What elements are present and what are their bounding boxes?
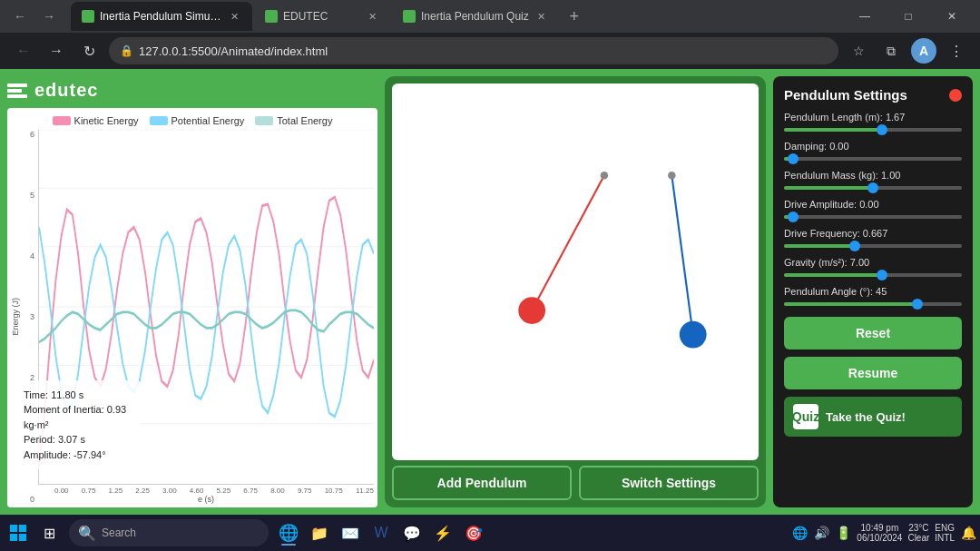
svg-point-8 xyxy=(601,172,609,180)
close-button[interactable]: ✕ xyxy=(931,4,973,29)
chart-legend: Kinetic Energy Potential Energy Total En… xyxy=(11,115,374,126)
minimize-button[interactable]: — xyxy=(844,4,886,29)
tab-label-2: EDUTEC xyxy=(283,10,359,23)
tab-edutec[interactable]: EDUTEC ✕ xyxy=(254,2,390,31)
main-content: edutec Kinetic Energy Potential Energy T… xyxy=(0,69,980,515)
taskbar-vscode-icon[interactable]: ⚡ xyxy=(428,518,457,547)
address-bar: ← → ↻ 🔒 127.0.0.1:5500/Animated/index.ht… xyxy=(0,33,980,69)
add-pendulum-button[interactable]: Add Pendulum xyxy=(392,466,572,500)
logo-icon xyxy=(7,84,27,98)
tab-label-3: Inertia Pendulum Quiz xyxy=(421,10,529,23)
bookmark-button[interactable]: ☆ xyxy=(846,38,871,64)
tab-close-2[interactable]: ✕ xyxy=(365,9,379,24)
y-6: 6 xyxy=(30,130,34,139)
windows-icon xyxy=(10,525,26,541)
taskbar: ⊞ 🔍 Search 🌐 📁 ✉️ W 💬 ⚡ 🎯 🌐 🔊 🔋 10:49 pm… xyxy=(0,515,980,551)
browser-back-button[interactable]: ← xyxy=(11,38,36,64)
kinetic-color-swatch xyxy=(53,116,71,125)
svg-rect-6 xyxy=(392,127,759,417)
browser-forward-button[interactable]: → xyxy=(44,38,69,64)
potential-label: Potential Energy xyxy=(172,115,245,126)
forward-nav-button[interactable]: → xyxy=(36,4,62,29)
clock[interactable]: 10:49 pm 06/10/2024 xyxy=(857,523,902,543)
total-label: Total Energy xyxy=(277,115,332,126)
switch-settings-button[interactable]: Switch Settings xyxy=(579,466,759,500)
reset-button[interactable]: Reset xyxy=(784,317,962,349)
taskbar-mail-icon[interactable]: ✉️ xyxy=(336,518,365,547)
notification-icon[interactable]: 🔔 xyxy=(960,525,976,541)
svg-point-9 xyxy=(518,297,545,324)
mass-label: Pendulum Mass (kg): 1.00 xyxy=(784,170,962,181)
svg-point-12 xyxy=(680,321,707,349)
resume-button[interactable]: Resume xyxy=(784,357,962,389)
amplitude-value: -57.94° xyxy=(74,449,106,460)
setting-mass: Pendulum Mass (kg): 1.00 xyxy=(784,170,962,193)
damping-slider-thumb[interactable] xyxy=(788,153,799,164)
drive-amp-slider-track xyxy=(784,215,962,219)
period-value: 3.07 s xyxy=(58,434,85,445)
network-icon[interactable]: 🌐 xyxy=(791,525,808,541)
damping-label: Damping: 0.00 xyxy=(784,141,962,152)
setting-gravity: Gravity (m/s²): 7.00 xyxy=(784,257,962,280)
tab-nav-buttons: ← → xyxy=(7,4,62,29)
url-box[interactable]: 🔒 127.0.0.1:5500/Animated/index.html xyxy=(109,37,838,64)
tab-close-1[interactable]: ✕ xyxy=(227,9,241,24)
y-4: 4 xyxy=(30,251,34,261)
search-box[interactable]: 🔍 Search xyxy=(69,519,269,546)
mass-slider-fill xyxy=(784,186,873,190)
drive-freq-slider-thumb[interactable] xyxy=(849,241,860,251)
new-tab-button[interactable]: + xyxy=(562,4,587,29)
length-slider-thumb[interactable] xyxy=(877,124,887,135)
volume-icon[interactable]: 🔊 xyxy=(813,525,829,541)
mass-slider-thumb[interactable] xyxy=(867,182,878,193)
quiz-icon: Quiz xyxy=(793,404,818,429)
profile-avatar[interactable]: A xyxy=(911,38,936,64)
pendulum-canvas xyxy=(392,84,759,460)
quiz-icon-text: Quiz xyxy=(792,409,819,424)
tab-close-3[interactable]: ✕ xyxy=(534,9,549,24)
search-icon: 🔍 xyxy=(78,525,96,542)
quiz-banner[interactable]: Quiz Take the Quiz! xyxy=(784,397,962,437)
taskbar-explorer-icon[interactable]: 📁 xyxy=(305,518,334,547)
gravity-slider-thumb[interactable] xyxy=(877,270,887,280)
task-view-button[interactable]: ⊞ xyxy=(34,518,64,547)
clock-time: 10:49 pm xyxy=(861,523,899,533)
settings-red-dot[interactable] xyxy=(949,89,962,102)
pendulum-svg xyxy=(392,84,759,460)
tab-favicon-2 xyxy=(265,10,278,23)
taskbar-word-icon[interactable]: W xyxy=(367,518,396,547)
lang-text: ENG xyxy=(935,523,955,533)
drive-amp-slider-thumb[interactable] xyxy=(788,212,799,222)
logo-area: edutec xyxy=(7,76,377,104)
taskbar-app5-icon[interactable]: 🎯 xyxy=(459,518,488,547)
legend-potential: Potential Energy xyxy=(150,115,245,126)
settings-title: Pendulum Settings xyxy=(784,87,907,103)
window-controls: — □ ✕ xyxy=(844,4,973,29)
y-0: 0 xyxy=(30,495,34,504)
maximize-button[interactable]: □ xyxy=(887,4,929,29)
browser-menu-button[interactable]: ⋮ xyxy=(944,38,969,64)
settings-panel: Pendulum Settings Pendulum Length (m): 1… xyxy=(773,76,973,507)
taskbar-chrome-icon[interactable]: 🌐 xyxy=(274,518,303,547)
start-button[interactable] xyxy=(4,518,33,547)
tab-quiz[interactable]: Inertia Pendulum Quiz ✕ xyxy=(392,2,560,31)
extensions-button[interactable]: ⧉ xyxy=(878,38,904,64)
svg-rect-15 xyxy=(10,534,17,541)
back-nav-button[interactable]: ← xyxy=(7,4,33,29)
x-7: 6.75 xyxy=(243,487,258,495)
moment-value: 0.93 xyxy=(107,404,126,415)
time-row: Time: 11.80 s xyxy=(24,388,132,403)
language-widget: ENG INTL xyxy=(935,523,955,543)
length-slider-track xyxy=(784,128,962,132)
angle-slider-thumb[interactable] xyxy=(912,299,923,310)
battery-icon[interactable]: 🔋 xyxy=(835,525,851,541)
setting-length: Pendulum Length (m): 1.67 xyxy=(784,112,962,135)
angle-slider-fill xyxy=(784,302,917,306)
browser-refresh-button[interactable]: ↻ xyxy=(76,38,102,64)
drive-amp-label: Drive Amplitude: 0.00 xyxy=(784,199,962,210)
tab-pendulum-simulation[interactable]: Inertia Pendulum Simulation ✕ xyxy=(71,2,252,31)
y-3: 3 xyxy=(30,312,34,321)
mass-slider-track xyxy=(784,186,962,190)
time-label: Time: xyxy=(24,389,48,400)
taskbar-teams-icon[interactable]: 💬 xyxy=(397,518,426,547)
